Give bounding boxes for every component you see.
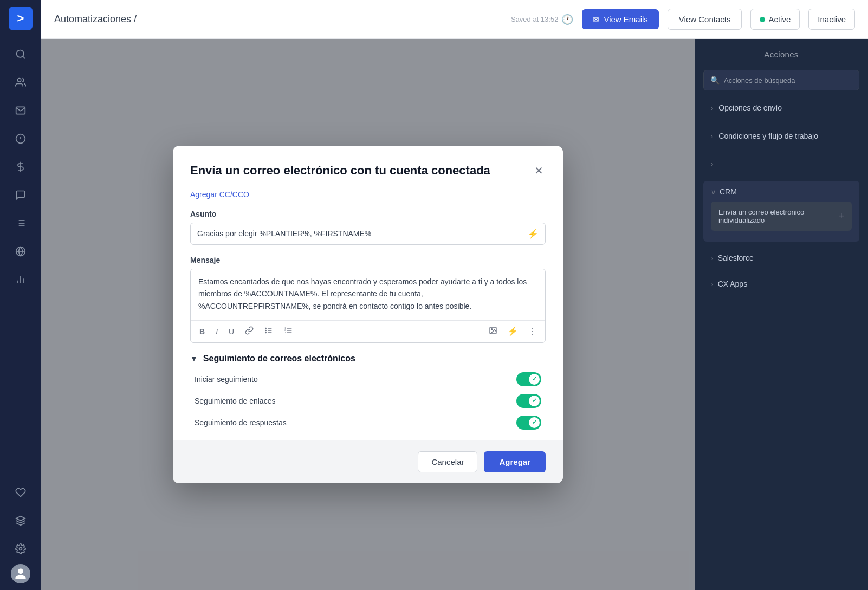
tracking-chevron-icon: ▼ bbox=[190, 354, 198, 363]
add-cc-link[interactable]: Agregar CC/CCO bbox=[190, 190, 249, 199]
chevron-condiciones-icon: › bbox=[711, 132, 713, 140]
heart-icon[interactable] bbox=[9, 481, 33, 504]
svg-point-0 bbox=[17, 50, 24, 57]
panel-section-cxapps[interactable]: › CX Apps bbox=[703, 274, 859, 294]
saved-text: Saved at 13:52 bbox=[511, 15, 558, 23]
canvas-area: Envía un correo electrónico con tu cuent… bbox=[41, 39, 695, 590]
subject-input-row: ⚡ bbox=[190, 223, 546, 245]
underline-button[interactable]: U bbox=[226, 326, 236, 337]
list-icon[interactable] bbox=[9, 211, 33, 235]
active-dot-icon bbox=[760, 17, 765, 22]
cancel-button[interactable]: Cancelar bbox=[418, 451, 477, 472]
globe-icon[interactable] bbox=[9, 239, 33, 263]
inactive-label: Inactive bbox=[818, 15, 846, 24]
main-content: Automatizaciones / Saved at 13:52 🕐 ✉ Vi… bbox=[41, 0, 868, 590]
section-envio-label: Opciones de envío bbox=[718, 103, 782, 112]
avatar[interactable] bbox=[11, 564, 30, 583]
crm-item-label: Envía un correo electrónico individualiz… bbox=[718, 208, 838, 224]
sidebar-logo[interactable]: > bbox=[9, 7, 33, 30]
sidebar: > bbox=[0, 0, 41, 590]
message-area: Estamos encantados de que nos hayas enco… bbox=[190, 269, 546, 343]
crm-title: CRM bbox=[720, 187, 737, 196]
chevron-cxapps-icon: › bbox=[711, 280, 714, 288]
toggle-iniciar[interactable]: ✓ bbox=[516, 372, 541, 386]
chevron-extra-icon: › bbox=[711, 160, 713, 168]
toggle-knob-2: ✓ bbox=[529, 417, 540, 428]
modal-footer: Cancelar Agregar bbox=[173, 440, 563, 483]
subject-input[interactable] bbox=[197, 229, 528, 238]
toggle-enlaces[interactable]: ✓ bbox=[516, 394, 541, 408]
message-textarea[interactable]: Estamos encantados de que nos hayas enco… bbox=[191, 269, 545, 318]
chat-icon[interactable] bbox=[9, 183, 33, 207]
tracking-row-0: Iniciar seguimiento ✓ bbox=[190, 372, 546, 386]
svg-line-1 bbox=[23, 56, 25, 59]
chevron-envio-icon: › bbox=[711, 104, 713, 112]
more-options-button[interactable]: ⋮ bbox=[526, 325, 539, 338]
svg-point-2 bbox=[17, 79, 21, 82]
settings-icon[interactable] bbox=[9, 537, 33, 561]
message-toolbar: B I U 123 bbox=[191, 320, 545, 342]
saved-status: Saved at 13:52 🕐 bbox=[511, 14, 573, 25]
view-contacts-button[interactable]: View Contacts bbox=[668, 9, 742, 30]
crm-plus-icon: + bbox=[838, 211, 844, 222]
search-actions-input[interactable]: 🔍 Acciones de búsqueda bbox=[703, 70, 859, 90]
ul-button[interactable] bbox=[262, 325, 275, 338]
search-icon[interactable] bbox=[9, 42, 33, 66]
search-icon-panel: 🔍 bbox=[710, 76, 720, 85]
svg-point-25 bbox=[265, 332, 266, 333]
image-upload-button[interactable] bbox=[487, 325, 500, 338]
analytics-icon[interactable] bbox=[9, 268, 33, 291]
tracking-row-2: Seguimiento de respuestas ✓ bbox=[190, 416, 546, 430]
modal-body: Envía un correo electrónico con tu cuent… bbox=[173, 146, 563, 440]
message-label: Mensaje bbox=[190, 256, 546, 264]
inactive-button[interactable]: Inactive bbox=[808, 9, 855, 30]
svg-point-23 bbox=[265, 328, 266, 328]
modal-dialog: Envía un correo electrónico con tu cuent… bbox=[173, 146, 563, 483]
history-icon: 🕐 bbox=[561, 14, 573, 25]
toggle-respuestas[interactable]: ✓ bbox=[516, 416, 541, 430]
tracking-label-2: Seguimiento de respuestas bbox=[195, 418, 287, 427]
panel-title: Acciones bbox=[703, 50, 859, 59]
tracking-row-1: Seguimiento de enlaces ✓ bbox=[190, 394, 546, 408]
panel-crm-section: ∨ CRM Envía un correo electrónico indivi… bbox=[703, 181, 859, 242]
billing-icon[interactable] bbox=[9, 155, 33, 179]
ol-button[interactable]: 123 bbox=[282, 325, 295, 338]
subject-label: Asunto bbox=[190, 210, 546, 218]
layers-icon[interactable] bbox=[9, 509, 33, 533]
svg-marker-18 bbox=[16, 516, 25, 521]
active-button[interactable]: Active bbox=[750, 9, 800, 30]
active-label: Active bbox=[768, 15, 791, 24]
tracking-label-0: Iniciar seguimiento bbox=[195, 375, 258, 384]
email-icon[interactable] bbox=[9, 99, 33, 122]
right-panel: Acciones 🔍 Acciones de búsqueda › Opcion… bbox=[695, 39, 868, 590]
page-title: Automatizaciones / bbox=[54, 14, 502, 25]
modal-overlay: Envía un correo electrónico con tu cuent… bbox=[41, 39, 695, 590]
tracking-section: ▼ Seguimiento de correos electrónicos In… bbox=[190, 354, 546, 430]
chevron-down-crm-icon: ∨ bbox=[711, 188, 716, 196]
crm-item[interactable]: Envía un correo electrónico individualiz… bbox=[711, 202, 852, 231]
section-condiciones-label: Condiciones y flujo de trabajo bbox=[718, 132, 818, 140]
content-area: Envía un correo electrónico con tu cuent… bbox=[41, 39, 868, 590]
bold-button[interactable]: B bbox=[197, 326, 207, 337]
add-button[interactable]: Agregar bbox=[484, 451, 546, 472]
crm-label: ∨ CRM bbox=[711, 187, 852, 196]
italic-button[interactable]: I bbox=[213, 326, 220, 337]
panel-section-condiciones[interactable]: › Condiciones y flujo de trabajo bbox=[703, 125, 859, 147]
search-placeholder: Acciones de búsqueda bbox=[724, 76, 795, 85]
topbar: Automatizaciones / Saved at 13:52 🕐 ✉ Vi… bbox=[41, 0, 868, 39]
view-emails-button[interactable]: ✉ View Emails bbox=[582, 9, 658, 29]
modal-close-button[interactable]: ✕ bbox=[532, 163, 546, 178]
svg-point-19 bbox=[20, 548, 22, 550]
tracking-title: Seguimiento de correos electrónicos bbox=[203, 354, 355, 364]
tracking-header[interactable]: ▼ Seguimiento de correos electrónicos bbox=[190, 354, 546, 364]
contacts-icon[interactable] bbox=[9, 70, 33, 94]
cxapps-label: CX Apps bbox=[718, 280, 747, 288]
panel-section-envio[interactable]: › Opciones de envío bbox=[703, 97, 859, 119]
marketing-icon[interactable] bbox=[9, 127, 33, 151]
panel-section-extra[interactable]: › bbox=[703, 153, 859, 174]
lightning-button[interactable]: ⚡ bbox=[505, 325, 520, 338]
panel-section-salesforce[interactable]: › Salesforce bbox=[703, 248, 859, 268]
toggle-knob-1: ✓ bbox=[529, 396, 540, 406]
email-button-icon: ✉ bbox=[593, 15, 599, 24]
link-button[interactable] bbox=[243, 325, 256, 338]
